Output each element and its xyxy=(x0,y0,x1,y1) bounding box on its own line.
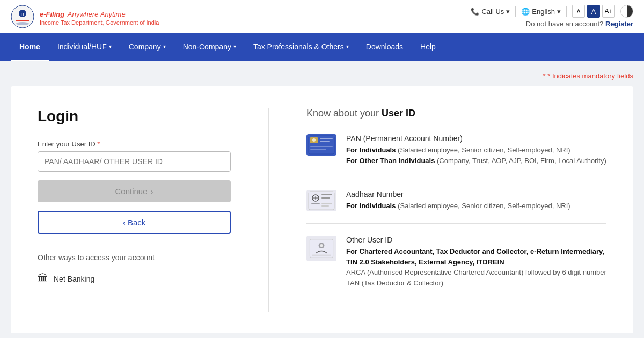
svg-rect-24 xyxy=(312,255,331,256)
pan-for-individuals-label: For Individuals xyxy=(346,146,396,154)
nav-label-downloads: Downloads xyxy=(366,42,403,51)
pan-title: PAN (Permanent Account Number) xyxy=(346,134,606,143)
required-star: * xyxy=(97,140,100,148)
nav-label-home: Home xyxy=(19,42,40,51)
login-title: Login xyxy=(38,108,231,125)
know-title-highlight: User ID xyxy=(382,108,415,119)
svg-point-3 xyxy=(16,22,29,25)
pan-icon xyxy=(306,134,336,156)
know-title: Know about your User ID xyxy=(306,108,606,119)
no-account-text: Do not have an account? xyxy=(526,20,604,28)
nav-caret-company: ▾ xyxy=(163,43,166,49)
know-title-prefix: Know about your xyxy=(306,108,382,119)
other-ways-section: Other ways to access your account 🏛 Net … xyxy=(38,253,231,288)
mandatory-note: * * Indicates mandatory fields xyxy=(11,72,633,80)
other-id-for-label: For Chartered Accountant, Tax Deductor a… xyxy=(346,247,604,266)
net-banking-item[interactable]: 🏛 Net Banking xyxy=(38,269,231,288)
svg-rect-9 xyxy=(320,141,330,142)
aadhaar-title: Aadhaar Number xyxy=(346,190,606,199)
svg-point-7 xyxy=(312,138,316,142)
other-id-item: Other User ID For Chartered Accountant, … xyxy=(306,236,606,300)
svg-rect-2 xyxy=(16,20,29,21)
nav-item-taxpro[interactable]: Tax Professionals & Others ▾ xyxy=(245,33,357,61)
top-bar: IT e-Filing Anywhere Anytime Income Tax … xyxy=(0,0,644,33)
nav-caret-noncompany: ▾ xyxy=(233,43,236,49)
other-ways-title: Other ways to access your account xyxy=(38,253,231,262)
lang-caret: ▾ xyxy=(557,8,561,16)
continue-arrow: › xyxy=(151,187,153,196)
right-panel: Know about your User ID xyxy=(306,108,606,312)
register-link[interactable]: Register xyxy=(605,20,633,28)
pan-for-individuals-text: (Salaried employee, Senior citizen, Self… xyxy=(398,146,570,154)
logo-title-text: e-Filing xyxy=(40,10,64,18)
logo-tagline: Anywhere Anytime xyxy=(68,10,126,18)
font-large-button[interactable]: A+ xyxy=(602,5,615,18)
pan-detail: For Individuals (Salaried employee, Seni… xyxy=(346,145,606,166)
svg-rect-11 xyxy=(310,149,326,150)
svg-rect-20 xyxy=(321,205,329,207)
nav-item-downloads[interactable]: Downloads xyxy=(357,33,412,61)
globe-icon: 🌐 xyxy=(521,8,530,16)
other-id-extra1: ARCA (Authorised Representative Chartere… xyxy=(346,268,606,276)
nav-item-home[interactable]: Home xyxy=(11,33,49,61)
nav-item-help[interactable]: Help xyxy=(412,33,444,61)
pan-for-others-label: For Other Than Individuals xyxy=(346,157,435,165)
navbar: Home Individual/HUF ▾ Company ▾ Non-Comp… xyxy=(0,33,644,61)
other-id-detail: For Chartered Accountant, Tax Deductor a… xyxy=(346,246,606,288)
logo-area: IT e-Filing Anywhere Anytime Income Tax … xyxy=(11,5,159,28)
top-right: 📞 Call Us ▾ 🌐 English ▾ A A A+ Do not ha… xyxy=(471,5,633,28)
aadhaar-for-individuals-label: For Individuals xyxy=(346,202,396,210)
svg-text:IT: IT xyxy=(20,12,24,17)
svg-rect-18 xyxy=(321,197,330,199)
phone-icon: 📞 xyxy=(471,8,479,16)
other-id-icon xyxy=(306,236,336,261)
call-us-button[interactable]: 📞 Call Us ▾ xyxy=(471,8,510,16)
nav-caret-taxpro: ▾ xyxy=(346,43,349,49)
divider xyxy=(515,6,516,17)
mandatory-star: * xyxy=(543,72,546,80)
svg-rect-17 xyxy=(321,194,332,195)
aadhaar-icon xyxy=(306,190,336,211)
user-id-label-text: Enter your User ID xyxy=(38,140,96,148)
nav-label-individual: Individual/HUF xyxy=(57,42,107,51)
aadhaar-for-individuals-text: (Salaried employee, Senior citizen, Self… xyxy=(398,202,570,210)
content-card: Login Enter your User ID * Continue › ‹ … xyxy=(11,86,633,333)
language-label: English xyxy=(532,8,555,16)
nav-label-help: Help xyxy=(420,42,436,51)
panel-divider xyxy=(268,108,269,312)
font-small-button[interactable]: A xyxy=(572,5,585,18)
register-line: Do not have an account? Register xyxy=(526,20,633,28)
net-banking-label: Net Banking xyxy=(54,275,94,283)
font-controls: A A A+ xyxy=(572,5,615,18)
bank-icon: 🏛 xyxy=(38,273,48,285)
other-id-title: Other User ID xyxy=(346,236,606,244)
nav-item-individual[interactable]: Individual/HUF ▾ xyxy=(49,33,120,61)
aadhaar-detail: For Individuals (Salaried employee, Seni… xyxy=(346,201,606,211)
language-selector[interactable]: 🌐 English ▾ xyxy=(521,8,561,16)
call-us-caret: ▾ xyxy=(506,8,510,16)
top-controls: 📞 Call Us ▾ 🌐 English ▾ A A A+ xyxy=(471,5,633,18)
continue-button[interactable]: Continue › xyxy=(38,180,231,202)
svg-rect-19 xyxy=(321,203,332,204)
contrast-button[interactable] xyxy=(620,5,633,18)
pan-item: PAN (Permanent Account Number) For Indiv… xyxy=(306,134,606,178)
nav-caret-individual: ▾ xyxy=(109,43,112,49)
font-medium-button[interactable]: A xyxy=(587,5,600,18)
svg-rect-16 xyxy=(311,203,320,204)
continue-label: Continue xyxy=(115,187,147,196)
nav-item-company[interactable]: Company ▾ xyxy=(120,33,174,61)
logo-title: e-Filing Anywhere Anytime xyxy=(40,7,159,19)
logo-subtitle: Income Tax Department, Government of Ind… xyxy=(40,19,159,26)
pan-info: PAN (Permanent Account Number) For Indiv… xyxy=(346,134,606,166)
logo-text: e-Filing Anywhere Anytime Income Tax Dep… xyxy=(40,7,159,26)
nav-item-noncompany[interactable]: Non-Company ▾ xyxy=(174,33,245,61)
nav-label-company: Company xyxy=(129,42,161,51)
user-id-input[interactable] xyxy=(38,151,231,172)
main-content: * * Indicates mandatory fields Login Ent… xyxy=(0,61,644,338)
aadhaar-info: Aadhaar Number For Individuals (Salaried… xyxy=(346,190,606,211)
aadhaar-item: Aadhaar Number For Individuals (Salaried… xyxy=(306,190,606,224)
svg-point-23 xyxy=(320,244,323,247)
back-button[interactable]: ‹ Back xyxy=(38,211,231,234)
svg-rect-10 xyxy=(310,146,333,147)
left-panel: Login Enter your User ID * Continue › ‹ … xyxy=(38,108,231,312)
